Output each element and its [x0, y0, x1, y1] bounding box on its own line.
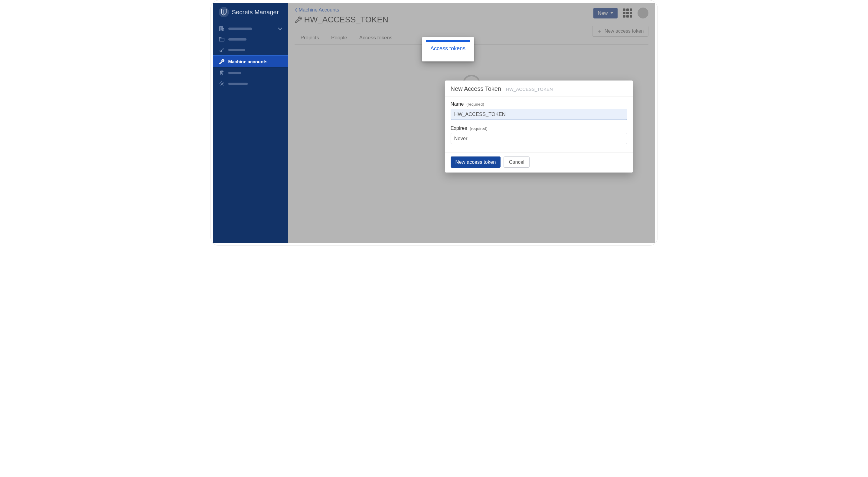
svg-rect-0 [220, 27, 223, 31]
tab-access-tokens-highlight-label[interactable]: Access tokens [426, 40, 470, 55]
sidebar-item-settings[interactable] [213, 79, 288, 89]
brand-logo-icon [219, 7, 229, 17]
expires-input[interactable] [451, 133, 627, 144]
expires-label: Expires (required) [451, 125, 488, 131]
modal-header: New Access Token HW_ACCESS_TOKEN [445, 81, 633, 97]
sidebar-item-trash[interactable] [213, 67, 288, 79]
sidebar-item-projects[interactable] [213, 34, 288, 44]
modal-cancel-button[interactable]: Cancel [503, 156, 529, 168]
modal-title: New Access Token [451, 85, 501, 92]
name-input[interactable] [451, 109, 627, 120]
svg-rect-1 [219, 38, 224, 41]
folder-icon [219, 37, 225, 42]
modal-body: Name (required) Expires (required) [445, 97, 633, 153]
name-label: Name (required) [451, 101, 484, 107]
name-required: (required) [466, 102, 484, 107]
brand-title: Secrets Manager [232, 9, 279, 16]
name-label-text: Name [451, 101, 464, 107]
modal-footer: New access token Cancel [445, 153, 633, 173]
expires-label-text: Expires [451, 125, 467, 131]
main: Machine Accounts HW_ACCESS_TOKEN New [288, 3, 655, 243]
svg-point-3 [221, 83, 222, 85]
sidebar-item-placeholder [228, 38, 247, 40]
sidebar-item-placeholder [228, 28, 252, 30]
chevron-down-icon [278, 27, 282, 30]
expires-required: (required) [470, 126, 488, 131]
modal-submit-button[interactable]: New access token [451, 156, 501, 168]
building-icon [219, 26, 225, 31]
sidebar-item-label: Machine accounts [228, 59, 268, 64]
trash-icon [219, 70, 225, 76]
new-access-token-modal: New Access Token HW_ACCESS_TOKEN Name (r… [445, 81, 633, 173]
sidebar-item-placeholder [228, 49, 245, 51]
sidebar-item-machine-accounts[interactable]: Machine accounts [213, 55, 288, 67]
sidebar-item-placeholder [228, 83, 248, 85]
nav: Machine accounts [213, 20, 288, 89]
sidebar: Secrets Manager [213, 3, 288, 243]
sidebar-item-secrets[interactable] [213, 44, 288, 55]
modal-subtitle: HW_ACCESS_TOKEN [506, 87, 553, 92]
brand: Secrets Manager [213, 3, 288, 20]
wrench-icon [219, 59, 225, 64]
gear-icon [219, 81, 225, 87]
key-icon [219, 47, 225, 53]
sidebar-item-placeholder [228, 72, 241, 74]
tab-access-tokens-highlight: Access tokens [422, 37, 474, 61]
sidebar-item-org[interactable] [213, 23, 288, 34]
